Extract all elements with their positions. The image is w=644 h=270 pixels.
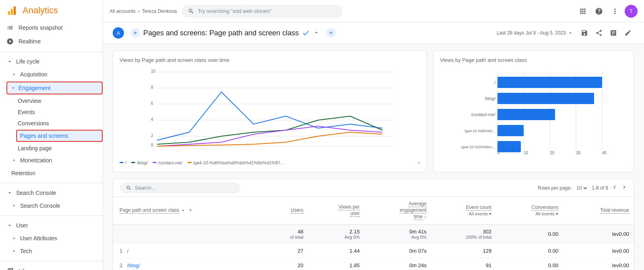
share-icon-btn[interactable] bbox=[592, 27, 605, 39]
more-vert-icon bbox=[611, 7, 619, 15]
lifecycle-chevron-icon bbox=[6, 58, 13, 65]
save-icon-btn[interactable] bbox=[578, 27, 591, 39]
sidebar-item-landing-page[interactable]: Landing page bbox=[0, 143, 99, 154]
apps-icon bbox=[579, 7, 587, 15]
landing-page-label: Landing page bbox=[18, 145, 52, 151]
row-1-num: 1 bbox=[120, 248, 122, 254]
engagement-section-header[interactable]: Engagement bbox=[6, 82, 103, 94]
search-bar[interactable]: Try searching "add web stream" bbox=[182, 5, 343, 18]
next-page-btn[interactable] bbox=[621, 184, 627, 192]
sidebar-item-events[interactable]: Events bbox=[0, 106, 99, 118]
reports-snapshot-icon bbox=[6, 24, 14, 31]
pages-and-screens-label: Pages and screens bbox=[20, 133, 68, 139]
row-1-events: 129 bbox=[431, 244, 496, 258]
col-header-path[interactable]: Page path and screen class + bbox=[113, 197, 266, 225]
divider-2 bbox=[0, 183, 103, 183]
acquisition-chevron-icon bbox=[11, 72, 17, 77]
user-section-header[interactable]: User bbox=[0, 219, 103, 232]
sidebar-item-conversions[interactable]: Conversions bbox=[0, 118, 99, 129]
share-icon bbox=[595, 29, 603, 37]
more-icon-btn[interactable] bbox=[609, 5, 621, 18]
search-icon bbox=[188, 8, 194, 14]
sidebar-item-reports-snapshot[interactable]: Reports snapshot bbox=[0, 21, 99, 35]
col-header-event-count[interactable]: Event count All events ▾ bbox=[431, 197, 496, 225]
row-2-path: 2 /blog/ bbox=[113, 258, 266, 270]
help-icon-btn[interactable] bbox=[592, 5, 605, 18]
totals-label bbox=[113, 225, 266, 244]
page-settings-btn[interactable] bbox=[313, 29, 320, 37]
col-header-views-per-user[interactable]: Views per user bbox=[308, 197, 365, 225]
overview-label: Overview bbox=[18, 98, 41, 104]
monetization-label: Monetization bbox=[20, 157, 52, 164]
prev-page-icon bbox=[611, 184, 618, 190]
lifecycle-section-header[interactable]: Life cycle bbox=[0, 55, 103, 68]
engagement-chevron-icon bbox=[10, 85, 16, 91]
sidebar-nav: Reports snapshot Realtime Life cycle Acq… bbox=[0, 21, 103, 270]
col-header-revenue[interactable]: Total revenue bbox=[563, 197, 634, 225]
add-page-btn[interactable]: + bbox=[326, 28, 336, 38]
legend-label-4: /ga4-10-%d0%ba%d0%bb%d1%8e%d1%87... bbox=[193, 160, 284, 165]
main-content: All accounts › Tereza Denkova Try search… bbox=[103, 0, 644, 270]
page-header: A + Pages and screens: Page path and scr… bbox=[103, 22, 644, 44]
col-path-filter-icon[interactable] bbox=[180, 208, 186, 213]
row-1-revenue: lev0.00 bbox=[563, 244, 634, 258]
legend-item-1: / bbox=[120, 160, 126, 166]
user-avatar[interactable]: T bbox=[625, 5, 638, 18]
legend-dot-3 bbox=[153, 162, 157, 163]
tech-header[interactable]: Tech bbox=[0, 245, 103, 258]
apps-icon-btn[interactable] bbox=[576, 5, 589, 18]
acquisition-label: Acquisition bbox=[20, 71, 47, 78]
date-range[interactable]: Last 28 days Jul 9 - Aug 5, 2023 bbox=[497, 30, 573, 36]
divider-4 bbox=[0, 261, 103, 261]
library-label: Library bbox=[19, 268, 36, 270]
charts-row: Views by Page path and screen class over… bbox=[113, 50, 634, 172]
row-2-revenue: lev0.00 bbox=[563, 258, 634, 270]
svg-text:40: 40 bbox=[602, 151, 607, 155]
col-avg-label3: time bbox=[414, 214, 423, 220]
svg-rect-37 bbox=[497, 125, 524, 136]
line-chart-svg: 10 8 6 4 2 0 bbox=[120, 68, 420, 148]
acquisition-header[interactable]: Acquisition bbox=[0, 68, 103, 81]
divider-1 bbox=[0, 51, 103, 52]
save-icon bbox=[581, 29, 588, 37]
legend-dot-1 bbox=[120, 162, 124, 163]
col-header-avg-engagement[interactable]: Average engagement time ↓ bbox=[365, 197, 431, 225]
rows-per-page: Rows per page: 10 25 50 1-8 of 8 bbox=[538, 184, 627, 192]
line-chart-title: Views by Page path and screen class over… bbox=[120, 57, 420, 63]
sidebar-item-pages-and-screens[interactable]: Pages and screens bbox=[16, 130, 103, 142]
sidebar-item-retention[interactable]: Retention bbox=[0, 167, 99, 180]
edit-icon bbox=[624, 29, 632, 37]
rows-per-page-select[interactable]: 10 25 50 bbox=[575, 185, 588, 191]
col-header-conversions[interactable]: Conversions All events ▾ bbox=[496, 197, 563, 225]
sidebar-item-library[interactable]: Library bbox=[0, 264, 99, 270]
table-search[interactable]: Search... bbox=[120, 182, 240, 193]
svg-rect-33 bbox=[497, 93, 594, 104]
user-attributes-header[interactable]: User Attributes bbox=[0, 232, 103, 245]
row-2-conversions: 0.00 bbox=[496, 258, 563, 270]
analytics-logo-icon bbox=[6, 5, 18, 16]
col-path-add-btn[interactable]: + bbox=[189, 207, 192, 213]
lifecycle-label: Life cycle bbox=[16, 58, 39, 65]
search-console-section-header[interactable]: Search Console bbox=[0, 186, 103, 199]
svg-text:30: 30 bbox=[576, 151, 581, 155]
verified-icon bbox=[302, 29, 310, 37]
svg-rect-2 bbox=[14, 6, 16, 15]
sidebar-item-realtime[interactable]: Realtime bbox=[0, 35, 99, 48]
search-console-item-header[interactable]: Search Console bbox=[0, 199, 103, 212]
monetization-header[interactable]: Monetization bbox=[0, 154, 103, 167]
insights-icon-btn[interactable] bbox=[607, 27, 620, 39]
col-header-users[interactable]: Users bbox=[266, 197, 308, 225]
totals-views-per-user: 2.15 Avg 0% bbox=[308, 225, 365, 244]
col-conversions-filter[interactable]: All events ▾ bbox=[535, 211, 558, 216]
col-event-filter[interactable]: All events ▾ bbox=[469, 211, 491, 216]
add-comparison-btn[interactable]: + bbox=[130, 28, 140, 38]
page-title-row: A + Pages and screens: Page path and scr… bbox=[113, 27, 492, 39]
library-icon bbox=[6, 268, 14, 270]
prev-page-btn[interactable] bbox=[611, 184, 618, 192]
legend-next-btn[interactable]: › bbox=[418, 160, 420, 166]
legend-item-3: /contact-me/ bbox=[153, 160, 183, 166]
sidebar-header: Analytics bbox=[0, 0, 103, 21]
edit-icon-btn[interactable] bbox=[621, 27, 634, 39]
legend-label-2: /blog/ bbox=[137, 160, 148, 165]
sidebar-item-overview[interactable]: Overview bbox=[0, 95, 99, 106]
